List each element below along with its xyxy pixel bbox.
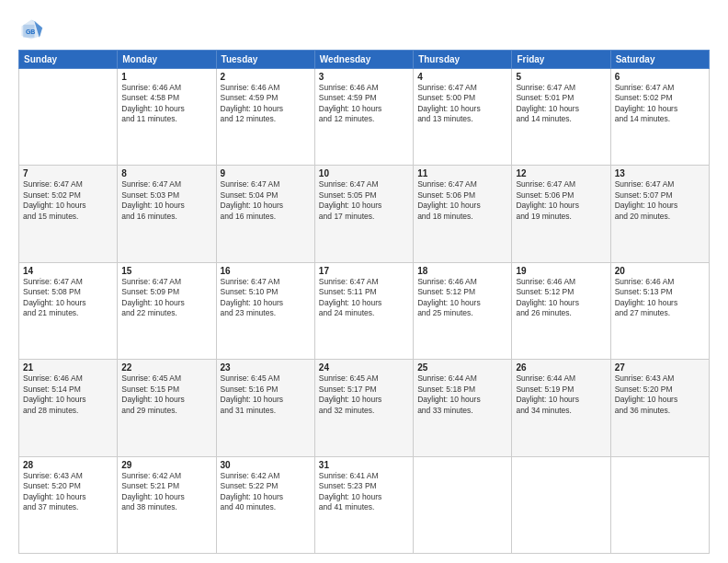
day-info: Sunrise: 6:46 AMSunset: 4:59 PMDaylight:… — [319, 83, 409, 125]
calendar-header-sunday: Sunday — [19, 51, 118, 69]
calendar-cell: 24Sunrise: 6:45 AMSunset: 5:17 PMDayligh… — [314, 360, 413, 456]
calendar-header-tuesday: Tuesday — [216, 51, 314, 69]
day-info: Sunrise: 6:45 AMSunset: 5:17 PMDaylight:… — [319, 373, 409, 416]
calendar-cell: 9Sunrise: 6:47 AMSunset: 5:04 PMDaylight… — [216, 166, 314, 262]
day-number: 5 — [516, 72, 606, 82]
calendar-cell: 14Sunrise: 6:47 AMSunset: 5:08 PMDayligh… — [19, 262, 118, 359]
day-number: 28 — [23, 460, 113, 470]
day-number: 18 — [417, 266, 507, 276]
calendar-week-row: 21Sunrise: 6:46 AMSunset: 5:14 PMDayligh… — [19, 360, 710, 456]
day-number: 15 — [121, 266, 211, 276]
calendar-cell: 23Sunrise: 6:45 AMSunset: 5:16 PMDayligh… — [216, 360, 314, 456]
day-info: Sunrise: 6:42 AMSunset: 5:22 PMDaylight:… — [221, 471, 311, 513]
day-number: 24 — [319, 362, 409, 373]
calendar-cell: 2Sunrise: 6:46 AMSunset: 4:59 PMDaylight… — [216, 69, 314, 166]
logo-icon: GB — [18, 17, 44, 42]
day-info: Sunrise: 6:47 AMSunset: 5:09 PMDaylight:… — [121, 277, 211, 319]
day-number: 8 — [121, 168, 211, 178]
calendar-cell: 26Sunrise: 6:44 AMSunset: 5:19 PMDayligh… — [512, 360, 610, 456]
day-number: 9 — [221, 168, 311, 178]
day-number: 27 — [615, 362, 705, 373]
calendar-cell: 11Sunrise: 6:47 AMSunset: 5:06 PMDayligh… — [414, 166, 512, 262]
day-info: Sunrise: 6:47 AMSunset: 5:05 PMDaylight:… — [319, 179, 409, 222]
day-info: Sunrise: 6:46 AMSunset: 5:13 PMDaylight:… — [615, 277, 705, 319]
day-info: Sunrise: 6:47 AMSunset: 5:03 PMDaylight:… — [121, 179, 211, 222]
day-number: 21 — [23, 362, 113, 373]
day-number: 29 — [121, 460, 211, 470]
day-info: Sunrise: 6:41 AMSunset: 5:23 PMDaylight:… — [319, 471, 409, 513]
calendar-header-monday: Monday — [118, 51, 216, 69]
calendar-header-row: SundayMondayTuesdayWednesdayThursdayFrid… — [19, 51, 710, 69]
calendar-cell — [610, 456, 709, 553]
calendar-header-thursday: Thursday — [414, 51, 512, 69]
calendar-header-friday: Friday — [512, 51, 610, 69]
calendar-cell — [19, 69, 118, 166]
day-info: Sunrise: 6:43 AMSunset: 5:20 PMDaylight:… — [615, 373, 705, 416]
day-number: 2 — [221, 72, 311, 82]
day-number: 11 — [417, 168, 507, 178]
day-number: 25 — [417, 362, 507, 373]
day-number: 3 — [319, 72, 409, 82]
day-info: Sunrise: 6:46 AMSunset: 5:14 PMDaylight:… — [23, 373, 113, 416]
calendar-cell: 8Sunrise: 6:47 AMSunset: 5:03 PMDaylight… — [118, 166, 216, 262]
calendar-cell: 21Sunrise: 6:46 AMSunset: 5:14 PMDayligh… — [19, 360, 118, 456]
header: GB — [18, 17, 710, 42]
day-info: Sunrise: 6:45 AMSunset: 5:16 PMDaylight:… — [221, 373, 311, 416]
calendar-cell: 7Sunrise: 6:47 AMSunset: 5:02 PMDaylight… — [19, 166, 118, 262]
calendar-cell — [512, 456, 610, 553]
logo: GB — [18, 17, 48, 42]
day-info: Sunrise: 6:46 AMSunset: 4:59 PMDaylight:… — [221, 83, 311, 125]
day-info: Sunrise: 6:47 AMSunset: 5:04 PMDaylight:… — [221, 179, 311, 222]
calendar-cell: 15Sunrise: 6:47 AMSunset: 5:09 PMDayligh… — [118, 262, 216, 359]
calendar-cell: 13Sunrise: 6:47 AMSunset: 5:07 PMDayligh… — [610, 166, 709, 262]
calendar-cell — [414, 456, 512, 553]
day-info: Sunrise: 6:44 AMSunset: 5:18 PMDaylight:… — [417, 373, 507, 416]
calendar-cell: 10Sunrise: 6:47 AMSunset: 5:05 PMDayligh… — [314, 166, 413, 262]
day-number: 17 — [319, 266, 409, 276]
day-number: 20 — [615, 266, 705, 276]
day-number: 14 — [23, 266, 113, 276]
calendar-cell: 5Sunrise: 6:47 AMSunset: 5:01 PMDaylight… — [512, 69, 610, 166]
calendar-cell: 4Sunrise: 6:47 AMSunset: 5:00 PMDaylight… — [414, 69, 512, 166]
calendar-cell: 31Sunrise: 6:41 AMSunset: 5:23 PMDayligh… — [314, 456, 413, 553]
calendar-week-row: 1Sunrise: 6:46 AMSunset: 4:58 PMDaylight… — [19, 69, 710, 166]
day-number: 16 — [221, 266, 311, 276]
day-number: 23 — [221, 362, 311, 373]
calendar-header-saturday: Saturday — [610, 51, 709, 69]
day-info: Sunrise: 6:46 AMSunset: 4:58 PMDaylight:… — [121, 83, 211, 125]
day-info: Sunrise: 6:44 AMSunset: 5:19 PMDaylight:… — [516, 373, 606, 416]
day-info: Sunrise: 6:47 AMSunset: 5:10 PMDaylight:… — [221, 277, 311, 319]
day-info: Sunrise: 6:47 AMSunset: 5:11 PMDaylight:… — [319, 277, 409, 319]
day-number: 4 — [417, 72, 507, 82]
calendar-week-row: 14Sunrise: 6:47 AMSunset: 5:08 PMDayligh… — [19, 262, 710, 359]
calendar-cell: 25Sunrise: 6:44 AMSunset: 5:18 PMDayligh… — [414, 360, 512, 456]
day-info: Sunrise: 6:46 AMSunset: 5:12 PMDaylight:… — [516, 277, 606, 319]
day-number: 19 — [516, 266, 606, 276]
day-info: Sunrise: 6:47 AMSunset: 5:06 PMDaylight:… — [417, 179, 507, 222]
calendar-header-wednesday: Wednesday — [314, 51, 413, 69]
calendar-cell: 20Sunrise: 6:46 AMSunset: 5:13 PMDayligh… — [610, 262, 709, 359]
day-number: 26 — [516, 362, 606, 373]
day-info: Sunrise: 6:47 AMSunset: 5:08 PMDaylight:… — [23, 277, 113, 319]
day-info: Sunrise: 6:43 AMSunset: 5:20 PMDaylight:… — [23, 471, 113, 513]
calendar-table: SundayMondayTuesdayWednesdayThursdayFrid… — [18, 50, 710, 554]
calendar-cell: 6Sunrise: 6:47 AMSunset: 5:02 PMDaylight… — [610, 69, 709, 166]
day-number: 10 — [319, 168, 409, 178]
calendar-cell: 27Sunrise: 6:43 AMSunset: 5:20 PMDayligh… — [610, 360, 709, 456]
day-number: 13 — [615, 168, 705, 178]
calendar-cell: 18Sunrise: 6:46 AMSunset: 5:12 PMDayligh… — [414, 262, 512, 359]
calendar-week-row: 7Sunrise: 6:47 AMSunset: 5:02 PMDaylight… — [19, 166, 710, 262]
day-info: Sunrise: 6:45 AMSunset: 5:15 PMDaylight:… — [121, 373, 211, 416]
day-number: 22 — [121, 362, 211, 373]
calendar-cell: 28Sunrise: 6:43 AMSunset: 5:20 PMDayligh… — [19, 456, 118, 553]
day-number: 1 — [121, 72, 211, 82]
day-number: 7 — [23, 168, 113, 178]
day-number: 12 — [516, 168, 606, 178]
day-info: Sunrise: 6:47 AMSunset: 5:01 PMDaylight:… — [516, 83, 606, 125]
calendar-cell: 12Sunrise: 6:47 AMSunset: 5:06 PMDayligh… — [512, 166, 610, 262]
calendar-cell: 29Sunrise: 6:42 AMSunset: 5:21 PMDayligh… — [118, 456, 216, 553]
day-info: Sunrise: 6:42 AMSunset: 5:21 PMDaylight:… — [121, 471, 211, 513]
calendar-cell: 3Sunrise: 6:46 AMSunset: 4:59 PMDaylight… — [314, 69, 413, 166]
calendar-week-row: 28Sunrise: 6:43 AMSunset: 5:20 PMDayligh… — [19, 456, 710, 553]
calendar-cell: 1Sunrise: 6:46 AMSunset: 4:58 PMDaylight… — [118, 69, 216, 166]
